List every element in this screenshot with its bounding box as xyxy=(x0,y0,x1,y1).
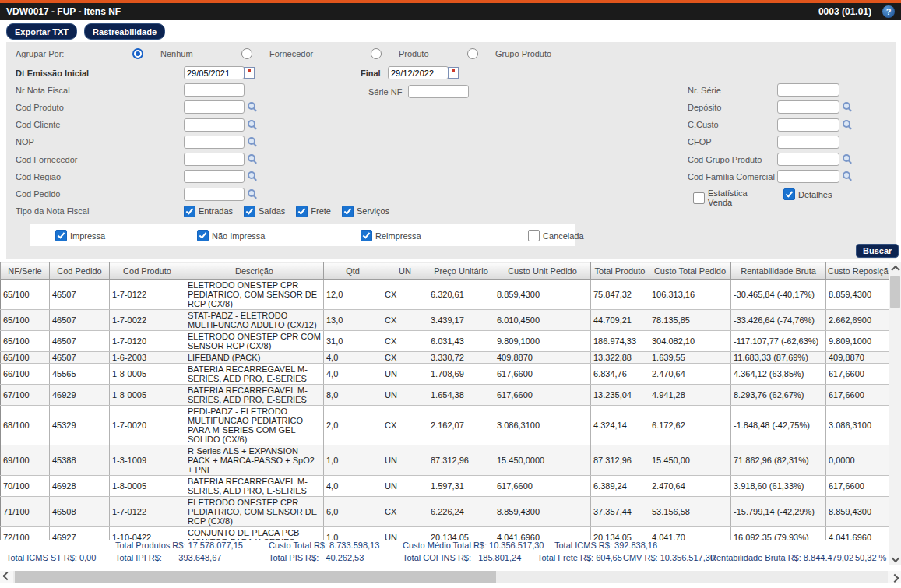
calendar-icon[interactable] xyxy=(448,67,459,79)
lookup-icon[interactable] xyxy=(248,189,258,199)
checkbox[interactable] xyxy=(342,206,354,217)
field-label: Nr Nota Fiscal xyxy=(16,86,184,95)
field-input[interactable] xyxy=(777,100,839,114)
checkbox[interactable] xyxy=(55,230,67,241)
radio-label: Fornecedor xyxy=(269,49,313,58)
field-input[interactable] xyxy=(184,100,245,114)
table-row[interactable]: 71/100 46508 1-7-0122 ELETRODO ONESTEP C… xyxy=(1,497,890,527)
checkbox[interactable] xyxy=(197,230,209,241)
radio-button[interactable] xyxy=(467,48,478,59)
lookup-icon[interactable] xyxy=(248,102,258,112)
toolbar-button[interactable]: Rastreabilidade xyxy=(84,23,165,40)
radio-button[interactable] xyxy=(132,48,143,59)
scroll-right-button[interactable] xyxy=(888,571,901,583)
table-row[interactable]: 65/100 46507 1-7-0122 ELETRODO ONESTEP C… xyxy=(1,280,890,310)
column-header[interactable]: Custo Total Pedido xyxy=(649,262,731,280)
lookup-icon[interactable] xyxy=(248,137,258,147)
toolbar-button[interactable]: Exportar TXT xyxy=(6,23,77,40)
horizontal-scrollbar[interactable] xyxy=(0,571,901,583)
checkbox-option[interactable]: Cancelada xyxy=(528,230,584,241)
table-row[interactable]: 67/100 46929 1-8-0005 BATERIA RECARREGAV… xyxy=(1,385,890,406)
lookup-icon[interactable] xyxy=(843,120,853,130)
scroll-up-button[interactable] xyxy=(889,262,901,274)
field-input[interactable] xyxy=(184,153,245,166)
cell-un: UN xyxy=(382,364,428,385)
cell-total-produto: 87.312,96 xyxy=(591,445,649,476)
checkbox[interactable] xyxy=(783,188,795,200)
field-input[interactable] xyxy=(184,83,245,97)
lookup-icon[interactable] xyxy=(843,102,853,112)
checkbox[interactable] xyxy=(244,206,255,217)
checkbox[interactable] xyxy=(693,192,705,204)
horizontal-scroll-thumb[interactable] xyxy=(15,571,496,583)
table-row[interactable]: 65/100 46507 1-7-0120 ELETRODO ONESTEP C… xyxy=(1,331,890,352)
vertical-scroll-thumb[interactable] xyxy=(890,276,900,308)
radio-button[interactable] xyxy=(241,48,252,59)
table-row[interactable]: 65/100 46507 1-6-2003 LIFEBAND (PACK) 4,… xyxy=(1,352,890,364)
scroll-down-button[interactable] xyxy=(889,553,901,565)
lookup-icon[interactable] xyxy=(843,154,853,164)
column-header[interactable]: Cod Pedido xyxy=(50,262,110,280)
checkbox-option[interactable]: Entradas xyxy=(184,206,233,217)
field-input[interactable] xyxy=(184,118,245,132)
buscar-button[interactable]: Buscar xyxy=(856,244,899,258)
column-header[interactable]: NF/Serie xyxy=(1,262,50,280)
table-row[interactable]: 66/100 45565 1-8-0005 BATERIA RECARREGAV… xyxy=(1,364,890,385)
column-header[interactable]: Preço Unitário xyxy=(428,262,494,280)
checkbox-option[interactable]: Estatística Venda xyxy=(693,188,748,207)
table-row[interactable]: 68/100 45329 1-7-0020 PEDI-PADZ - ELETRO… xyxy=(1,406,890,445)
column-header[interactable]: Descrição xyxy=(185,262,324,280)
column-header[interactable]: UN xyxy=(382,262,428,280)
field-input[interactable] xyxy=(777,136,839,149)
lookup-icon[interactable] xyxy=(248,154,258,164)
serie-nf-input[interactable] xyxy=(408,85,469,98)
checkbox-option[interactable]: Reimpressa xyxy=(361,230,421,241)
dt-inicial-input[interactable] xyxy=(184,66,245,79)
radio-button[interactable] xyxy=(371,48,382,59)
table-row[interactable]: 69/100 45388 1-3-1009 R-Series ALS + EXP… xyxy=(1,445,890,476)
field-input[interactable] xyxy=(184,170,245,183)
field-input[interactable] xyxy=(777,170,839,183)
dt-final-input[interactable] xyxy=(388,66,449,79)
column-header[interactable]: Total Produto xyxy=(591,262,649,280)
field-input[interactable] xyxy=(777,153,839,166)
calendar-icon[interactable] xyxy=(244,67,255,79)
checkbox-option[interactable]: Serviços xyxy=(342,206,389,217)
checkbox-option[interactable]: Impressa xyxy=(55,230,105,241)
filter-field-row: Cod Família Comercial xyxy=(688,170,853,183)
table-row[interactable]: 70/100 46928 1-8-0005 BATERIA RECARREGAV… xyxy=(1,476,890,497)
column-header[interactable]: Rentabilidade Bruta xyxy=(731,262,826,280)
column-header[interactable]: Qtd xyxy=(324,262,382,280)
field-input[interactable] xyxy=(777,118,839,132)
checkbox-option[interactable]: Saídas xyxy=(244,206,285,217)
checkbox-option[interactable]: Detalhes xyxy=(783,188,832,200)
checkbox-option[interactable]: Frete xyxy=(296,206,331,217)
lookup-icon[interactable] xyxy=(248,171,258,181)
column-header[interactable]: Custo Reposição xyxy=(826,262,890,280)
checkbox[interactable] xyxy=(184,206,195,217)
radio-option[interactable]: Produto xyxy=(371,48,429,59)
checkbox-option[interactable]: Não Impressa xyxy=(197,230,265,241)
checkbox[interactable] xyxy=(361,230,372,241)
column-header[interactable]: Custo Unit Pedido xyxy=(494,262,591,280)
radio-option[interactable]: Nenhum xyxy=(132,48,193,59)
cell-rentabilidade-bruta: -33.426,64 (-74,76%) xyxy=(731,310,826,331)
field-input[interactable] xyxy=(184,136,245,149)
table-row[interactable]: 72/100 46927 1-10-0422 CONJUNTO DE PLACA… xyxy=(1,527,890,540)
table-row[interactable]: 65/100 46507 1-7-0022 STAT-PADZ - ELETRO… xyxy=(1,310,890,331)
field-input[interactable] xyxy=(777,83,839,97)
lookup-icon[interactable] xyxy=(843,171,853,181)
checkbox[interactable] xyxy=(528,230,540,241)
checkbox[interactable] xyxy=(296,206,308,217)
cell-total-produto: 6.834,76 xyxy=(591,364,649,385)
radio-option[interactable]: Grupo Produto xyxy=(467,48,551,59)
scroll-left-button[interactable] xyxy=(0,571,13,583)
field-label: CFOP xyxy=(688,137,777,146)
cell-custo-reposicao: 8.859,4300 xyxy=(826,497,890,527)
vertical-scrollbar[interactable] xyxy=(889,262,901,565)
lookup-icon[interactable] xyxy=(248,120,258,130)
radio-option[interactable]: Fornecedor xyxy=(241,48,313,59)
help-icon[interactable]: ? xyxy=(882,5,895,18)
field-input[interactable] xyxy=(184,188,245,201)
column-header[interactable]: Cod Produto xyxy=(110,262,185,280)
